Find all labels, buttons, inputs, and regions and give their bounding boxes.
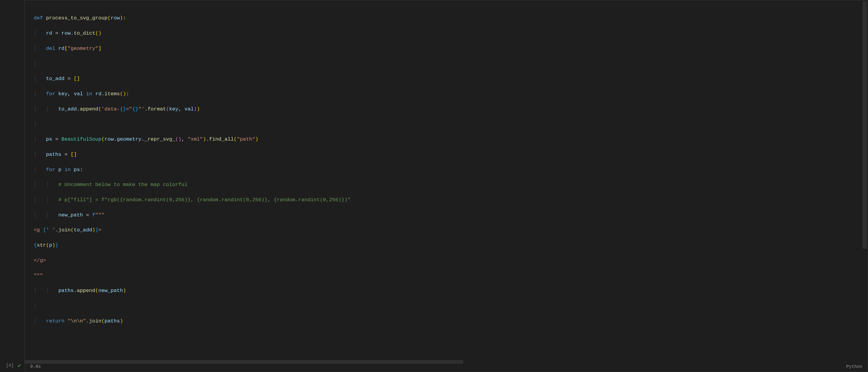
keyword-def: def xyxy=(34,15,43,21)
horizontal-scrollbar[interactable] xyxy=(25,360,868,364)
horizontal-scrollbar-thumb[interactable] xyxy=(25,360,463,364)
code-editor[interactable]: def process_to_svg_group(row): │ rd = ro… xyxy=(25,0,868,372)
notebook-cell: [4] def process_to_svg_group(row): │ rd … xyxy=(0,0,868,372)
code-content[interactable]: def process_to_svg_group(row): │ rd = ro… xyxy=(25,0,868,364)
success-check-icon xyxy=(17,363,22,368)
vertical-scrollbar[interactable] xyxy=(863,1,867,355)
execution-count: [4] xyxy=(6,363,14,368)
comment: # Uncomment below to make the map colorf… xyxy=(59,182,188,188)
cell-statusbar: 0.8s Python xyxy=(25,364,868,372)
vertical-scrollbar-thumb[interactable] xyxy=(863,1,867,249)
comment: # p["fill"] = f"rgb({random.randint(0,25… xyxy=(59,197,351,203)
cell-language-label[interactable]: Python xyxy=(846,364,862,369)
cell-gutter: [4] xyxy=(0,0,25,372)
fn-name: process_to_svg_group xyxy=(46,15,107,21)
cell-duration: 0.8s xyxy=(30,364,41,369)
